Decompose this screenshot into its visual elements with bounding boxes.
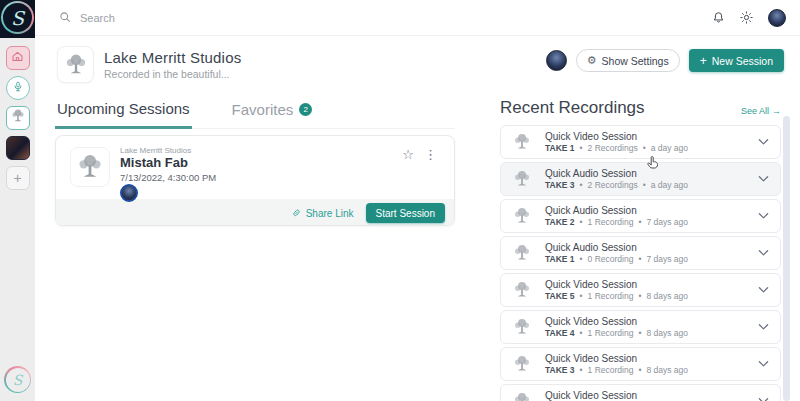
- bullet-separator: •: [643, 143, 646, 153]
- recording-title: Quick Audio Session: [545, 242, 688, 253]
- kebab-menu-icon[interactable]: ⋮: [424, 147, 437, 162]
- chevron-down-icon[interactable]: [758, 323, 769, 331]
- studio-title: Lake Merritt Studios: [104, 49, 241, 66]
- favorite-star-icon[interactable]: ☆: [402, 147, 414, 162]
- participant-avatar[interactable]: [120, 184, 138, 202]
- tree-icon: [512, 354, 532, 374]
- recording-meta: TAKE 4 • 1 Recording • 8 days ago: [545, 328, 688, 338]
- tree-icon: [512, 169, 532, 189]
- recording-row[interactable]: Quick Video Session TAKE 1 • 2 Recording…: [500, 125, 781, 159]
- tab-upcoming-sessions[interactable]: Upcoming Sessions: [55, 94, 192, 129]
- recording-info: Quick Audio Session TAKE 1 • 0 Recording…: [545, 242, 688, 264]
- time-ago: 8 days ago: [646, 365, 688, 375]
- session-studio-name: Lake Merritt Studios: [120, 146, 191, 155]
- home-icon: [11, 49, 24, 67]
- brand-logo-letter: S: [6, 368, 30, 392]
- recording-row[interactable]: Quick Audio Session TAKE 1 • 0 Recording…: [500, 236, 781, 270]
- recording-title: Quick Audio Session: [545, 168, 688, 179]
- bullet-separator: •: [638, 291, 641, 301]
- sessions-tabs: Upcoming Sessions Favorites 2: [55, 94, 455, 129]
- take-label: TAKE 5: [545, 291, 575, 301]
- recordings-count: 1 Recording: [588, 217, 634, 227]
- recording-title: Quick Video Session: [545, 279, 688, 290]
- recording-meta: TAKE 1 • 2 Recordings • a day ago: [545, 143, 688, 153]
- studio-nav-button-photo[interactable]: [6, 136, 30, 160]
- bullet-separator: •: [580, 143, 583, 153]
- take-label: TAKE 4: [545, 328, 575, 338]
- recording-title: Quick Video Session: [545, 353, 688, 364]
- take-label: TAKE 1: [545, 254, 575, 264]
- recording-nav-button[interactable]: [6, 76, 30, 100]
- recordings-count: 1 Recording: [588, 328, 634, 338]
- recordings-count: 1 Recording: [588, 365, 634, 375]
- chevron-down-icon[interactable]: [758, 286, 769, 294]
- theme-toggle-sun-icon[interactable]: [740, 11, 753, 24]
- tab-favorites[interactable]: Favorites 2: [230, 94, 315, 128]
- recording-row[interactable]: Quick Audio Session TAKE 3 • 2 Recording…: [500, 162, 781, 196]
- notifications-bell-icon[interactable]: [712, 11, 725, 24]
- user-avatar[interactable]: [768, 9, 786, 27]
- bullet-separator: •: [580, 180, 583, 190]
- take-label: TAKE 1: [545, 143, 575, 153]
- recording-info: Quick Video Session TAKE 5 • 1 Recording…: [545, 279, 688, 301]
- squadcast-app-window: S + S: [0, 0, 800, 401]
- recording-info: Quick Video Session TAKE 2 • 1 Recording…: [545, 390, 688, 401]
- recordings-count: 0 Recording: [588, 254, 634, 264]
- recording-info: Quick Audio Session TAKE 3 • 2 Recording…: [545, 168, 688, 190]
- show-settings-button[interactable]: ⚙ Show Settings: [576, 49, 680, 72]
- chevron-down-icon[interactable]: [758, 397, 769, 401]
- recording-title: Quick Video Session: [545, 131, 688, 142]
- chevron-down-icon[interactable]: [758, 249, 769, 257]
- tree-icon: [512, 317, 532, 337]
- studio-nav-button-active[interactable]: [6, 106, 30, 130]
- recording-info: Quick Video Session TAKE 4 • 1 Recording…: [545, 316, 688, 338]
- tree-icon: [512, 132, 532, 152]
- recording-meta: TAKE 5 • 1 Recording • 8 days ago: [545, 291, 688, 301]
- session-card-body: Lake Merritt Studios Mistah Fab 7/13/202…: [56, 136, 454, 199]
- session-studio-logo: [70, 147, 110, 187]
- recording-row[interactable]: Quick Video Session TAKE 3 • 1 Recording…: [500, 347, 781, 381]
- new-session-button[interactable]: + New Session: [689, 49, 784, 72]
- top-bar: [35, 0, 800, 36]
- recording-meta: TAKE 3 • 2 Recordings • a day ago: [545, 180, 688, 190]
- search-icon: [59, 9, 71, 27]
- home-nav-button[interactable]: [6, 46, 30, 70]
- see-all-link[interactable]: See All →: [741, 106, 781, 116]
- brand-logo-bottom[interactable]: S: [4, 366, 31, 393]
- chevron-down-icon[interactable]: [758, 212, 769, 220]
- tree-icon: [512, 243, 532, 263]
- recordings-count: 2 Recordings: [588, 143, 638, 153]
- recording-row[interactable]: Quick Video Session TAKE 4 • 1 Recording…: [500, 310, 781, 344]
- arrow-right-icon: →: [772, 106, 781, 116]
- search-bar: [59, 9, 712, 27]
- add-studio-button[interactable]: +: [6, 166, 30, 190]
- favorites-count-badge: 2: [299, 103, 312, 116]
- recording-title: Quick Video Session: [545, 390, 688, 401]
- time-ago: 8 days ago: [646, 291, 688, 301]
- chevron-down-icon[interactable]: [758, 360, 769, 368]
- bullet-separator: •: [643, 180, 646, 190]
- start-session-button[interactable]: Start Session: [366, 203, 445, 223]
- recording-row[interactable]: Quick Video Session TAKE 5 • 1 Recording…: [500, 273, 781, 307]
- take-label: TAKE 3: [545, 180, 575, 190]
- take-label: TAKE 3: [545, 365, 575, 375]
- bullet-separator: •: [638, 328, 641, 338]
- recordings-scrollbar[interactable]: [783, 116, 790, 401]
- search-input[interactable]: [80, 12, 380, 24]
- plus-icon: +: [700, 54, 707, 68]
- app-logo[interactable]: S: [1, 1, 34, 34]
- tab-upcoming-label: Upcoming Sessions: [57, 100, 190, 117]
- member-avatar[interactable]: [546, 50, 567, 71]
- app-logo-letter: S: [3, 3, 32, 32]
- session-datetime: 7/13/2022, 4:30:00 PM: [120, 172, 216, 183]
- time-ago: a day ago: [651, 180, 688, 190]
- bullet-separator: •: [580, 254, 583, 264]
- chevron-down-icon[interactable]: [758, 175, 769, 183]
- chevron-down-icon[interactable]: [758, 138, 769, 146]
- bullet-separator: •: [580, 365, 583, 375]
- share-link-button[interactable]: Share Link: [291, 207, 354, 220]
- time-ago: 7 days ago: [646, 254, 688, 264]
- session-guest-name: Mistah Fab: [120, 155, 188, 170]
- recording-row[interactable]: Quick Audio Session TAKE 2 • 1 Recording…: [500, 199, 781, 233]
- recording-row[interactable]: Quick Video Session TAKE 2 • 1 Recording…: [500, 384, 781, 401]
